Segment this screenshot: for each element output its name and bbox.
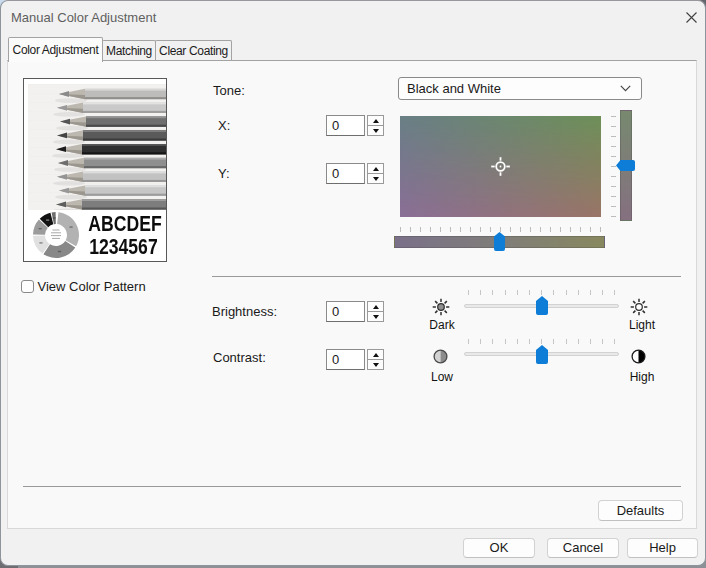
up-arrow-icon <box>373 305 379 309</box>
light-sun-icon <box>630 298 648 316</box>
brightness-spin-down-button[interactable] <box>367 311 384 322</box>
tick-mark <box>450 227 451 232</box>
high-contrast-icon <box>631 349 646 364</box>
tick-mark <box>480 339 481 344</box>
tick-mark <box>611 156 616 157</box>
tick-mark <box>505 290 506 295</box>
tab-color-adjustment[interactable]: Color Adjustment <box>8 37 103 62</box>
tick-mark <box>611 186 616 187</box>
tick-mark <box>611 126 616 127</box>
tab-matching[interactable]: Matching <box>102 40 156 62</box>
preview-logo-row: ABCDEF 1234567 <box>24 210 166 261</box>
vertical-slider-handle[interactable] <box>616 160 635 171</box>
window-title: Manual Color Adjustment <box>11 10 156 25</box>
tick-mark <box>614 290 615 295</box>
tick-mark <box>611 146 616 147</box>
tick-mark <box>468 339 469 344</box>
x-input[interactable]: 0 <box>326 115 365 136</box>
up-arrow-icon <box>373 167 379 171</box>
contrast-label: Contrast: <box>213 350 266 365</box>
tick-mark <box>517 290 518 295</box>
tab-clear-coating[interactable]: Clear Coating <box>155 40 232 62</box>
y-spin-up-button[interactable] <box>367 163 384 173</box>
tick-mark <box>440 227 441 232</box>
tone-dropdown[interactable]: Black and White <box>398 77 642 100</box>
tick-mark <box>614 339 615 344</box>
color-adjustment-tab-panel: ABCDEF 1234567 View Color Pattern Tone: … <box>7 60 697 529</box>
y-input[interactable]: 0 <box>326 163 365 184</box>
tick-mark <box>520 227 521 232</box>
view-color-pattern-checkbox[interactable] <box>21 280 34 293</box>
y-label: Y: <box>218 166 230 181</box>
section-divider <box>212 276 681 277</box>
tick-mark <box>430 227 431 232</box>
contrast-ticks <box>468 339 615 344</box>
tick-mark <box>500 227 501 232</box>
horizontal-slider-handle[interactable] <box>494 232 505 251</box>
brightness-spin-up-button[interactable] <box>367 301 384 311</box>
dark-sun-icon <box>432 298 450 316</box>
tick-mark <box>600 227 601 232</box>
pencil-preview-image <box>28 84 166 210</box>
y-spin-down-button[interactable] <box>367 173 384 184</box>
contrast-input[interactable]: 0 <box>326 349 365 370</box>
tick-mark <box>480 227 481 232</box>
tick-mark <box>611 176 616 177</box>
down-arrow-icon <box>373 177 379 181</box>
help-button[interactable]: Help <box>627 538 698 558</box>
tick-mark <box>611 136 616 137</box>
tick-mark <box>400 227 401 232</box>
tick-mark <box>578 339 579 344</box>
manual-color-adjustment-dialog: Manual Color Adjustment Color Adjustment… <box>0 0 706 566</box>
defaults-divider <box>23 486 681 487</box>
tick-mark <box>540 227 541 232</box>
tick-mark <box>611 196 616 197</box>
brightness-ticks <box>468 290 615 295</box>
vertical-slider-ticks <box>611 116 616 217</box>
chevron-down-icon <box>620 85 631 92</box>
defaults-button[interactable]: Defaults <box>598 500 683 521</box>
logo-text-line2: 1234567 <box>89 235 162 258</box>
color-map[interactable] <box>400 116 601 217</box>
preview-logo-text: ABCDEF 1234567 <box>70 212 162 258</box>
tick-mark <box>611 206 616 207</box>
brightness-input[interactable]: 0 <box>326 301 365 322</box>
contrast-spin-down-button[interactable] <box>367 359 384 370</box>
close-button[interactable] <box>680 6 702 28</box>
tone-label: Tone: <box>213 83 245 98</box>
ok-button[interactable]: OK <box>463 538 535 558</box>
x-spin-down-button[interactable] <box>367 125 384 136</box>
tick-mark <box>566 290 567 295</box>
down-arrow-icon <box>373 129 379 133</box>
tick-mark <box>420 227 421 232</box>
view-color-pattern-label: View Color Pattern <box>38 279 146 294</box>
contrast-slider-handle[interactable] <box>536 345 548 364</box>
up-arrow-icon <box>373 353 379 357</box>
tick-mark <box>529 290 530 295</box>
x-spin-up-button[interactable] <box>367 115 384 125</box>
tick-mark <box>570 227 571 232</box>
tick-mark <box>492 290 493 295</box>
down-arrow-icon <box>373 315 379 319</box>
tick-mark <box>590 227 591 232</box>
contrast-min-label: Low <box>422 370 462 384</box>
x-label: X: <box>218 118 230 133</box>
horizontal-slider-ticks <box>400 227 601 232</box>
contrast-spin-up-button[interactable] <box>367 349 384 359</box>
down-arrow-icon <box>373 363 379 367</box>
tick-mark <box>517 339 518 344</box>
tick-mark <box>560 227 561 232</box>
tick-mark <box>590 339 591 344</box>
tick-mark <box>490 227 491 232</box>
tick-mark <box>553 290 554 295</box>
cancel-button[interactable]: Cancel <box>547 538 619 558</box>
brightness-slider-handle[interactable] <box>536 296 548 315</box>
tick-mark <box>410 227 411 232</box>
tick-mark <box>530 227 531 232</box>
tick-mark <box>492 339 493 344</box>
tick-mark <box>470 227 471 232</box>
tick-mark <box>611 216 616 217</box>
logo-text-line1: ABCDEF <box>89 212 162 235</box>
tick-mark <box>566 339 567 344</box>
close-icon <box>686 12 697 23</box>
